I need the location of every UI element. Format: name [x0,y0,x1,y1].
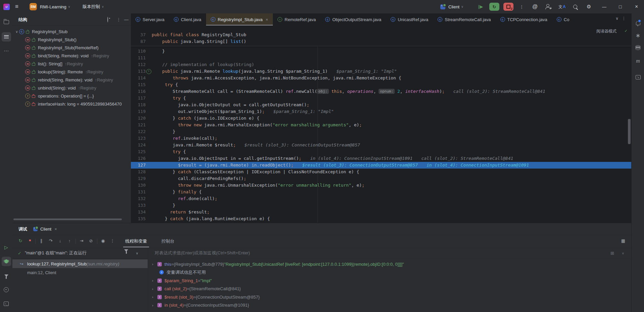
code-line-132[interactable]: 132 ref.done(call); [131,195,631,202]
structure-item-operations[interactable]: foperations: Operation[] = {...} [12,92,131,100]
restart-debug-button[interactable]: ↻ [489,0,499,13]
reader-mode-link[interactable]: 阅读器模式 [596,28,616,34]
code-line-123[interactable]: 123 ref.invoke(call); [131,135,631,142]
tab-UnicastRef.java[interactable]: CUnicastRef.java [386,13,433,25]
line-number[interactable]: 128 [131,169,146,175]
filter-funnel-icon[interactable] [124,252,128,257]
stop-button[interactable]: 2 [503,0,513,13]
line-number[interactable]: 131 [131,189,146,195]
tab-RemoteRef.java[interactable]: IRemoteRef.java [273,13,320,25]
problems-tool-icon[interactable] [2,271,11,280]
maximize-window-icon[interactable]: □ [619,0,622,13]
variables-info-row[interactable]: i变量调试信息不可用 [148,268,632,277]
variable-row-$result[interactable]: ›f$result (slot_3) = {ConnectionOutputSt… [148,293,632,301]
code-lines[interactable]: 110 }111112 // implementation of lookup(… [131,48,631,222]
line-number[interactable]: 130 [131,182,146,189]
line-number[interactable]: 126 [131,155,146,162]
inspections-ok-icon[interactable]: ✓ [625,28,627,33]
implements-gutter-icon[interactable]: ↑ [146,69,151,74]
ai-mention-icon[interactable]: @ [532,0,538,13]
expand-chevron-icon[interactable]: › [152,303,157,307]
run-to-cursor-icon[interactable]: ⇥ [78,238,85,243]
structure-item-RegistryImpl_Stub[interactable]: ∨CRegistryImpl_Stub [12,27,131,36]
code-line-127[interactable]: 127 $result = (java.rmi.Remote) in.readO… [131,162,631,169]
expand-watches-icon[interactable]: ∨ [622,251,624,255]
structure-tool-icon[interactable] [2,32,11,42]
line-number[interactable]: 37 [131,32,146,38]
tab-RegistryImpl_Stub.java[interactable]: CRegistryImpl_Stub.java× [206,13,273,25]
structure-item-bind[interactable]: mbind(String, Remote): void↑Registry [12,52,131,60]
line-number[interactable]: 116 [131,88,146,95]
hidden-tabs-chevron-icon[interactable]: ∨ [615,16,618,21]
code-with-me-icon[interactable]: + [545,0,550,13]
code-line-116[interactable]: 116 StreamRemoteCall call = (StreamRemot… [131,88,631,95]
structure-item-rebind[interactable]: mrebind(String, Remote): void↑Registry [12,76,131,84]
code-line-134[interactable]: 134 return $result; [131,209,631,215]
terminal-tool-icon[interactable]: >_ [2,299,11,308]
code-line-124[interactable]: 124 java.rmi.Remote $result;$result (slo… [131,142,631,148]
chevron-down-icon[interactable]: ∨ [136,251,138,255]
add-watch-icon[interactable]: ⊞ [610,251,614,256]
structure-item-RegistryImpl_Stub[interactable]: mRegistryImpl_Stub() [12,36,131,44]
run-tool-icon[interactable]: ▷ [2,243,11,252]
line-number[interactable]: 122 [131,128,146,135]
line-number[interactable]: 118 [131,102,146,108]
more-options-icon[interactable]: ⋮ [116,17,121,22]
code-line-114[interactable]: 114 throws java.rmi.AccessException, jav… [131,75,631,81]
structure-item-lookup[interactable]: mlookup(String): Remote↑Registry [12,68,131,76]
settings-gear-icon[interactable]: ⚙ [587,0,591,13]
horizontal-scrollbar[interactable] [13,219,122,220]
more-run-actions-icon[interactable]: ⋮ [519,0,524,13]
mute-breakpoints-icon[interactable]: ⊘ [88,238,94,243]
line-number[interactable]: 117 [131,95,146,102]
search-everywhere-icon[interactable] [573,0,577,13]
code-line-121[interactable]: 121 throw new java.rmi.MarshalException(… [131,122,631,128]
step-over-icon[interactable]: ↷ [47,238,54,243]
notifications-bell-icon[interactable] [633,18,643,28]
hide-panel-icon[interactable]: — [124,17,129,22]
project-selector[interactable]: RMI-Learning ∨ [40,0,70,13]
view-options-eye-icon[interactable] [107,12,108,17]
tab-Client.java[interactable]: CClient.java [169,13,206,25]
line-number[interactable]: 115 [131,81,146,88]
line-number[interactable]: 133 [131,202,146,209]
ai-assistant-icon[interactable]: ∗ [633,31,643,40]
code-line-110[interactable]: 110 } [131,48,631,55]
structure-item-interfaceHash[interactable]: finterfaceHash: long = 49059128983456470 [12,100,131,108]
minimize-window-icon[interactable]: — [602,0,606,13]
line-number[interactable]: 123 [131,135,146,142]
code-line-118[interactable]: 118 java.io.ObjectOutput out = call.getO… [131,102,631,108]
view-breakpoints-icon[interactable]: ◉ [100,238,106,243]
line-number[interactable]: 134 [131,209,146,215]
dependencies-tool-icon[interactable]: ↘ [633,72,643,82]
translate-icon[interactable]: 文A [558,0,566,13]
code-line-133[interactable]: 133 } [131,202,631,209]
close-session-icon[interactable]: × [54,227,57,232]
line-number[interactable]: 132 [131,195,146,202]
vertical-scrollbar[interactable] [628,119,631,144]
tab-StreamRemoteCall.java[interactable]: CStreamRemoteCall.java [433,13,495,25]
line-number[interactable]: 129 [131,175,146,182]
database-tool-icon[interactable] [633,43,643,52]
expand-chevron-icon[interactable]: › [152,262,157,266]
code-line-129[interactable]: 129 call.discardPendingRefs(); [131,175,631,182]
stack-frame-row[interactable]: main:12, Client [12,268,148,277]
variable-row-$param_String_1[interactable]: ›f$param_String_1 = "Impl" [148,276,632,285]
line-number[interactable]: 125 [131,148,146,155]
run-config-selector[interactable]: Client ∨ [448,0,463,13]
structure-item-RegistryImpl_Stub[interactable]: mRegistryImpl_Stub(RemoteRef) [12,44,131,52]
structure-item-list[interactable]: mlist(): String[]↑Registry [12,60,131,68]
code-line-87[interactable]: 87 public java.lang.String[] list() [131,38,631,45]
line-number[interactable]: 111 [131,55,146,61]
debug-session-tab[interactable]: Client × [33,223,57,235]
tab-threads-variables[interactable]: 线程和变量 [123,235,149,247]
services-tool-icon[interactable]: ▸ [2,285,11,294]
project-tool-icon[interactable] [2,17,11,26]
step-into-icon[interactable]: ↓ [57,238,63,243]
code-line-111[interactable]: 111 [131,55,631,61]
resume-program-icon[interactable]: ∥▶ [478,0,483,13]
line-number[interactable]: 121 [131,122,146,128]
stack-frame-row[interactable]: ↪lookup:127, RegistryImpl_Stub (sun.rmi.… [12,259,148,268]
line-number[interactable]: 87 [131,38,146,45]
close-tab-icon[interactable]: × [265,17,268,22]
